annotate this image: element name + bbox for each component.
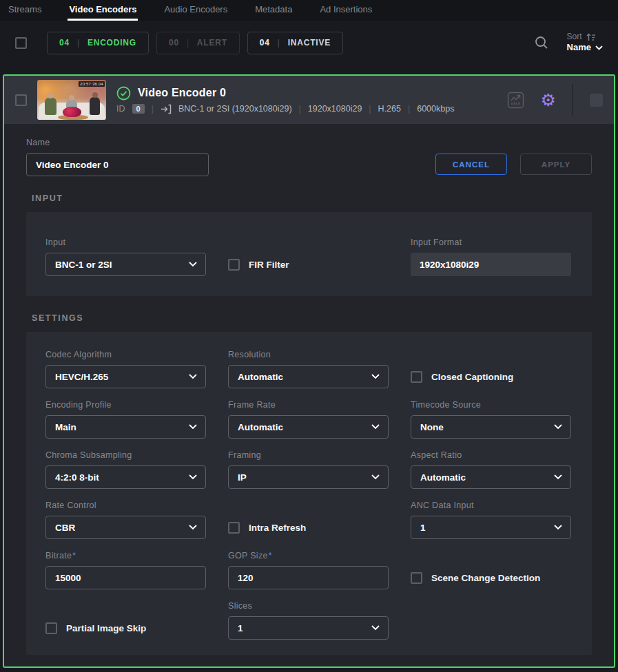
tab-metadata[interactable]: Metadata: [254, 0, 293, 21]
timecode-source-label: Timecode Source: [411, 400, 571, 410]
tab-audio-encoders[interactable]: Audio Encoders: [163, 0, 229, 21]
tab-ad-insertions[interactable]: Ad Insertions: [318, 0, 373, 21]
chevron-down-icon: [554, 424, 562, 430]
encoder-bitrate: 6000kbps: [417, 104, 454, 114]
rate-control-select[interactable]: CBR: [45, 516, 206, 539]
closed-captioning-label: Closed Captioning: [431, 372, 513, 382]
encoder-codec: H.265: [378, 104, 401, 114]
fir-filter-checkbox[interactable]: FIR Filter: [228, 259, 389, 271]
meta-separator: |: [408, 104, 410, 114]
checkbox-box: [45, 622, 57, 634]
aspect-ratio-label: Aspect Ratio: [411, 450, 571, 460]
select-all-checkbox[interactable]: [15, 37, 27, 49]
chroma-subsampling-label: Chroma Subsampling: [45, 450, 206, 460]
inactive-count: 04: [260, 38, 270, 48]
frame-rate-value: Automatic: [238, 422, 283, 432]
input-select[interactable]: BNC-1 or 2SI: [45, 253, 206, 276]
chevron-down-icon: [595, 45, 603, 50]
apply-button[interactable]: APPLY: [520, 154, 592, 175]
filter-toolbar: 04 | ENCODING 00 | ALERT 04 | INACTIVE S…: [0, 21, 618, 65]
meta-separator: |: [299, 104, 301, 114]
encoder-thumbnail: 20:57:36.04: [37, 80, 106, 120]
chevron-down-icon: [189, 474, 197, 480]
encoding-profile-label: Encoding Profile: [45, 400, 206, 410]
encoder-title: Video Encoder 0: [138, 87, 226, 99]
search-icon[interactable]: [534, 35, 549, 50]
filter-inactive-button[interactable]: 04 | INACTIVE: [247, 32, 343, 54]
id-label: ID: [116, 104, 125, 114]
stats-chart-icon[interactable]: [507, 92, 524, 109]
sort-label: Sort: [567, 32, 582, 42]
filter-separator: |: [77, 38, 80, 48]
chevron-down-icon: [371, 374, 380, 379]
header-divider: [573, 84, 573, 116]
partial-image-skip-label: Partial Image Skip: [66, 623, 146, 633]
encoding-profile-select[interactable]: Main: [45, 415, 206, 439]
frame-rate-label: Frame Rate: [228, 400, 389, 410]
stop-button[interactable]: [590, 94, 603, 107]
input-label: Input: [45, 238, 206, 247]
checkbox-box: [228, 522, 240, 534]
encoder-card: 20:57:36.04 Video Encoder 0 ID 0 | BNC-1…: [3, 74, 615, 668]
status-check-icon: [116, 86, 131, 101]
resolution-select[interactable]: Automatic: [228, 365, 389, 388]
chroma-subsampling-select[interactable]: 4:2:0 8-bit: [45, 465, 206, 489]
settings-section-title: SETTINGS: [32, 313, 586, 323]
thumbnail-person: [45, 98, 56, 115]
settings-section-panel: Codec Algorithm HEVC/H.265 Resolution Au…: [26, 332, 592, 655]
filter-alert-button[interactable]: 00 | ALERT: [156, 32, 240, 54]
timecode-source-select[interactable]: None: [411, 415, 571, 439]
frame-rate-select[interactable]: Automatic: [228, 415, 389, 439]
input-source-icon: [161, 104, 172, 114]
filter-encoding-button[interactable]: 04 | ENCODING: [47, 32, 149, 54]
chevron-down-icon: [554, 474, 562, 480]
intra-refresh-checkbox[interactable]: Intra Refresh: [228, 522, 389, 534]
partial-image-skip-checkbox[interactable]: Partial Image Skip: [45, 622, 206, 634]
chevron-down-icon: [189, 262, 197, 267]
anc-data-input-select[interactable]: 1: [411, 516, 571, 539]
slices-select[interactable]: 1: [228, 616, 389, 640]
settings-gear-icon[interactable]: ⚙: [541, 92, 556, 109]
chevron-down-icon: [189, 424, 197, 430]
bitrate-input[interactable]: [45, 566, 206, 589]
input-format-label: Input Format: [411, 238, 571, 247]
input-format-field: 1920x1080i29: [411, 253, 571, 276]
anc-data-input-label: ANC Data Input: [411, 501, 571, 510]
closed-captioning-checkbox[interactable]: Closed Captioning: [411, 371, 571, 383]
resolution-label: Resolution: [228, 350, 389, 359]
timecode-overlay: 20:57:36.04: [79, 81, 105, 87]
gop-size-input[interactable]: [228, 566, 389, 589]
name-input[interactable]: [26, 153, 209, 176]
inactive-label: INACTIVE: [288, 38, 331, 48]
tab-streams[interactable]: Streams: [7, 0, 43, 21]
cancel-button[interactable]: CANCEL: [435, 154, 507, 175]
encoder-input-desc: BNC-1 or 2SI (1920x1080i29): [178, 104, 292, 114]
scene-change-detection-label: Scene Change Detection: [431, 573, 540, 583]
name-label: Name: [26, 138, 209, 147]
thumbnail-flowers: [63, 107, 81, 117]
chevron-down-icon: [189, 374, 197, 379]
meta-separator: |: [152, 104, 154, 114]
resolution-value: Automatic: [238, 372, 283, 382]
scene-change-detection-checkbox[interactable]: Scene Change Detection: [411, 572, 571, 584]
aspect-ratio-select[interactable]: Automatic: [411, 465, 571, 489]
slices-value: 1: [238, 623, 243, 633]
input-section-panel: Input BNC-1 or 2SI FIR Filter Input Form…: [26, 212, 592, 296]
framing-select[interactable]: IP: [228, 465, 389, 489]
chroma-subsampling-value: 4:2:0 8-bit: [55, 472, 99, 483]
sort-control[interactable]: Sort Name: [567, 32, 603, 53]
gop-size-label: GOP Size: [228, 551, 268, 560]
encoder-card-header: 20:57:36.04 Video Encoder 0 ID 0 | BNC-1…: [4, 76, 614, 124]
thumbnail-person: [90, 97, 100, 115]
codec-algorithm-select[interactable]: HEVC/H.265: [45, 365, 206, 388]
encoder-settings-form: Name CANCEL APPLY INPUT Input BNC-1 or 2…: [4, 124, 614, 668]
required-asterisk: *: [269, 551, 272, 560]
tab-video-encoders[interactable]: Video Encoders: [68, 0, 138, 21]
filter-separator: |: [187, 38, 189, 48]
encoder-format: 1920x1080i29: [308, 104, 362, 114]
encoding-profile-value: Main: [55, 422, 76, 432]
fir-filter-label: FIR Filter: [249, 260, 289, 270]
input-select-value: BNC-1 or 2SI: [55, 260, 112, 270]
encoder-select-checkbox[interactable]: [15, 94, 27, 106]
codec-algorithm-value: HEVC/H.265: [55, 372, 108, 382]
